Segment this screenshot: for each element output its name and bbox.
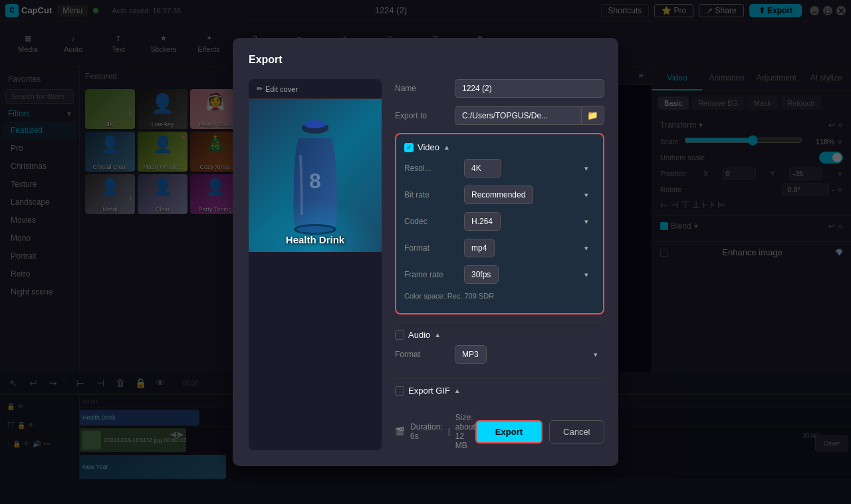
audio-format-select-wrapper: MP3AACWAV	[455, 345, 604, 364]
audio-section-header: Audio ▲	[395, 330, 604, 340]
export-modal: Export ✏ Edit cover	[233, 38, 618, 466]
bitrate-select-wrapper: RecommendedLowMediumHigh	[464, 186, 595, 204]
gif-chevron-icon[interactable]: ▲	[454, 387, 461, 394]
audio-chevron-icon[interactable]: ▲	[434, 331, 441, 338]
color-space-label: Color space: Rec. 709 SDR	[404, 292, 595, 300]
cancel-button[interactable]: Cancel	[549, 420, 604, 443]
framerate-label: Frame rate	[404, 270, 464, 279]
bitrate-label: Bit rate	[404, 190, 464, 199]
video-chevron-icon[interactable]: ▲	[443, 144, 450, 151]
modal-form: Name Export to 📁 ✓ Video ▲	[395, 79, 604, 450]
audio-checkbox[interactable]	[395, 330, 404, 340]
audio-section-title: Audio	[408, 330, 430, 340]
modal-preview: ✏ Edit cover	[249, 79, 382, 450]
modal-body: ✏ Edit cover	[249, 79, 602, 450]
format-select-wrapper: mp4movavi	[464, 239, 595, 257]
export-to-label: Export to	[395, 111, 455, 120]
edit-cover-icon: ✏	[257, 84, 263, 93]
framerate-row: Frame rate 30fps24fps25fps50fps60fps	[404, 265, 595, 284]
video-checkbox[interactable]: ✓	[404, 143, 414, 152]
export-to-field: 📁	[455, 106, 604, 125]
codec-select-wrapper: H.264H.265	[464, 212, 595, 231]
resolution-row: Resol... 4K2K1080p720p	[404, 159, 595, 178]
footer-info: 🎬 Duration: 6s | Size: about 12 MB	[395, 413, 475, 450]
footer-buttons: Export Cancel	[475, 420, 604, 443]
audio-format-label: Format	[395, 350, 455, 359]
browse-button[interactable]: 📁	[582, 106, 604, 125]
framerate-select-wrapper: 30fps24fps25fps50fps60fps	[464, 265, 595, 284]
svg-text:8: 8	[309, 169, 321, 193]
name-label: Name	[395, 84, 455, 93]
audio-format-row: Format MP3AACWAV	[395, 345, 604, 364]
preview-title: Health Drink	[249, 234, 382, 245]
duration-label: Duration: 6s	[410, 422, 443, 441]
modal-overlay: Export ✏ Edit cover	[0, 0, 851, 504]
video-section-header: ✓ Video ▲	[404, 142, 595, 152]
export-button[interactable]: Export	[475, 420, 543, 443]
gif-section: Export GIF ▲	[395, 378, 604, 402]
svg-point-2	[304, 120, 326, 128]
video-section: ✓ Video ▲ Resol... 4K2K1080p720p B	[395, 133, 604, 315]
bitrate-select[interactable]: RecommendedLowMediumHigh	[464, 186, 533, 204]
codec-select[interactable]: H.264H.265	[464, 212, 501, 231]
framerate-select[interactable]: 30fps24fps25fps50fps60fps	[464, 265, 499, 284]
audio-section: Audio ▲ Format MP3AACWAV	[395, 322, 604, 378]
separator: |	[448, 427, 450, 436]
gif-checkbox[interactable]	[395, 386, 404, 396]
codec-row: Codec H.264H.265	[404, 212, 595, 231]
resolution-select-wrapper: 4K2K1080p720p	[464, 159, 595, 178]
export-to-row: Export to 📁	[395, 106, 604, 125]
resolution-label: Resol...	[404, 164, 464, 173]
modal-preview-header: ✏ Edit cover	[249, 79, 382, 99]
format-row: Format mp4movavi	[404, 239, 595, 257]
edit-cover-label[interactable]: Edit cover	[265, 85, 298, 93]
name-input[interactable]	[455, 79, 604, 98]
size-label: Size: about 12 MB	[455, 413, 475, 450]
format-label: Format	[404, 243, 464, 253]
name-row: Name	[395, 79, 604, 98]
audio-format-select[interactable]: MP3AACWAV	[455, 345, 487, 364]
export-path-input[interactable]	[455, 106, 582, 125]
resolution-select[interactable]: 4K2K1080p720p	[464, 159, 501, 178]
film-icon: 🎬	[395, 427, 405, 436]
gif-section-header: Export GIF ▲	[395, 386, 604, 396]
gif-section-title: Export GIF	[408, 386, 450, 396]
modal-footer: 🎬 Duration: 6s | Size: about 12 MB Expor…	[395, 413, 604, 450]
video-section-title: Video	[418, 142, 439, 152]
codec-label: Codec	[404, 217, 464, 226]
modal-title: Export	[249, 54, 602, 66]
format-select[interactable]: mp4movavi	[464, 239, 495, 257]
bitrate-row: Bit rate RecommendedLowMediumHigh	[404, 186, 595, 204]
preview-image: 8 Health Drink	[249, 99, 382, 252]
